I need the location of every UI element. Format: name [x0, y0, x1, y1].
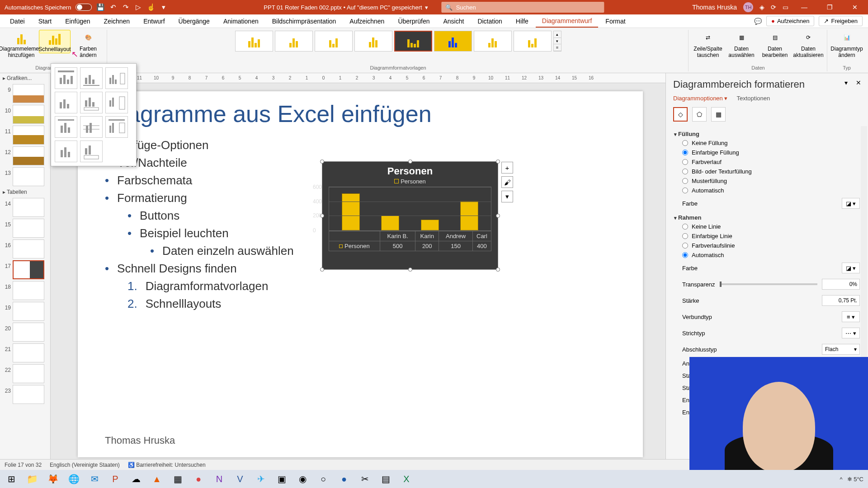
- diamond-icon[interactable]: ◈: [760, 4, 764, 11]
- start-button[interactable]: ⊞: [2, 471, 21, 487]
- chart-style-2[interactable]: [275, 31, 313, 52]
- cap-picker[interactable]: Flach▾: [822, 344, 860, 355]
- chart-plot[interactable]: 600 400 200 0: [329, 187, 491, 231]
- chart-style-7[interactable]: [474, 31, 512, 52]
- sync-icon[interactable]: ⟳: [771, 4, 776, 11]
- explorer-icon[interactable]: 📁: [23, 471, 42, 487]
- resize-handle[interactable]: [496, 267, 500, 272]
- thumb-19[interactable]: [13, 302, 44, 321]
- thumb-21[interactable]: [13, 343, 44, 362]
- layout-option-4[interactable]: [55, 92, 77, 113]
- tab-animationen[interactable]: Animationen: [217, 14, 265, 28]
- chart-filters-button[interactable]: ▾: [501, 191, 513, 202]
- edit-data-button[interactable]: ▤Daten bearbeiten: [759, 30, 791, 59]
- app-icon-8[interactable]: ▤: [376, 471, 395, 487]
- tab-praesentation[interactable]: Bildschirmpräsentation: [266, 14, 343, 28]
- resize-handle[interactable]: [320, 160, 324, 164]
- tab-diagrammentwurf[interactable]: Diagrammentwurf: [536, 14, 598, 28]
- tab-ueberpruefen[interactable]: Überprüfen: [392, 14, 436, 28]
- chart-elements-button[interactable]: +: [501, 162, 513, 174]
- touch-mode-icon[interactable]: ☝: [147, 3, 155, 11]
- redo-icon[interactable]: ↷: [122, 3, 130, 11]
- pane-tab-text[interactable]: Textoptionen: [736, 95, 770, 102]
- chart-data-table[interactable]: Karin B. Karin Andrew Carl Personen 500 …: [329, 231, 491, 251]
- record-button[interactable]: ●Aufzeichnen: [766, 16, 814, 26]
- fill-none-radio[interactable]: Keine Füllung: [674, 138, 860, 148]
- refresh-data-button[interactable]: ⟳Daten aktualisieren: [793, 30, 824, 59]
- line-solid-radio[interactable]: Einfarbige Linie: [674, 231, 860, 241]
- chart-style-3[interactable]: [315, 31, 353, 52]
- thumb-16[interactable]: [13, 239, 44, 258]
- layout-option-8[interactable]: [80, 116, 103, 138]
- close-button[interactable]: ✕: [845, 0, 864, 14]
- window-layout-icon[interactable]: ▭: [783, 4, 788, 11]
- layout-option-5[interactable]: [80, 92, 103, 113]
- onenote-icon[interactable]: N: [210, 471, 229, 487]
- resize-handle[interactable]: [408, 267, 412, 272]
- resize-handle[interactable]: [320, 267, 324, 272]
- app-icon-4[interactable]: ▣: [272, 471, 291, 487]
- outlook-icon[interactable]: ✉: [85, 471, 104, 487]
- firefox-icon[interactable]: 🦊: [43, 471, 62, 487]
- tray-expand-icon[interactable]: ^: [840, 476, 842, 483]
- chart-style-6[interactable]: [434, 31, 472, 52]
- style-gallery-scroll[interactable]: ▴▾≡: [553, 31, 561, 52]
- tab-ansicht[interactable]: Ansicht: [437, 14, 470, 28]
- app-icon-2[interactable]: ▦: [168, 471, 187, 487]
- layout-option-3[interactable]: [105, 67, 128, 89]
- section-fill[interactable]: Füllung: [674, 128, 860, 138]
- resize-handle[interactable]: [496, 160, 500, 164]
- select-data-button[interactable]: ▦Daten auswählen: [726, 30, 757, 59]
- app-icon-7[interactable]: ✂: [355, 471, 374, 487]
- layout-option-11[interactable]: [80, 141, 103, 162]
- layout-option-2[interactable]: [80, 67, 103, 89]
- dash-picker[interactable]: ⋯ ▾: [842, 328, 860, 338]
- change-chart-type-button[interactable]: 📊Diagrammtyp ändern: [831, 30, 863, 59]
- chart-title[interactable]: Personen: [322, 162, 498, 178]
- fill-color-picker[interactable]: ◪ ▾: [842, 198, 860, 209]
- thumb-13[interactable]: [13, 167, 44, 186]
- tab-einfuegen[interactable]: Einfügen: [59, 14, 96, 28]
- tab-zeichnen[interactable]: Zeichnen: [98, 14, 137, 28]
- line-color-picker[interactable]: ◪ ▾: [842, 263, 860, 273]
- autosave-toggle[interactable]: [75, 4, 92, 11]
- thumb-12[interactable]: [13, 146, 44, 165]
- line-auto-radio[interactable]: Automatisch: [674, 250, 860, 260]
- width-value[interactable]: 0,75 Pt.: [822, 295, 860, 306]
- title-dropdown-icon[interactable]: ▾: [425, 4, 428, 11]
- vlc-icon[interactable]: ▲: [147, 471, 166, 487]
- telegram-icon[interactable]: ✈: [251, 471, 270, 487]
- save-icon[interactable]: 💾: [96, 3, 104, 11]
- effects-icon[interactable]: ⬠: [692, 107, 707, 122]
- transparency-value[interactable]: 0%: [822, 279, 860, 290]
- change-colors-button[interactable]: 🎨 Farben ändern: [72, 30, 104, 59]
- fill-gradient-radio[interactable]: Farbverlauf: [674, 157, 860, 167]
- minimize-button[interactable]: —: [795, 0, 814, 14]
- tab-dictation[interactable]: Dictation: [471, 14, 508, 28]
- thumb-9[interactable]: [13, 84, 44, 103]
- chart-bar-0[interactable]: [342, 193, 360, 230]
- layout-option-10[interactable]: [55, 141, 77, 162]
- chrome-icon[interactable]: 🌐: [64, 471, 83, 487]
- chart-style-5-selected[interactable]: [394, 31, 432, 52]
- pane-options-icon[interactable]: ▾: [841, 78, 851, 88]
- thumb-11[interactable]: [13, 126, 44, 145]
- fill-solid-radio[interactable]: Einfarbige Füllung: [674, 148, 860, 157]
- chart-legend[interactable]: Personen: [322, 178, 498, 187]
- maximize-button[interactable]: ❐: [820, 0, 839, 14]
- chart-bar-2[interactable]: [421, 220, 439, 231]
- fill-line-icon[interactable]: ◇: [673, 107, 688, 122]
- layout-option-9[interactable]: [105, 116, 128, 138]
- app-icon-6[interactable]: ●: [335, 471, 354, 487]
- thumb-22[interactable]: [13, 364, 44, 383]
- chart-bar-1[interactable]: [381, 216, 399, 230]
- layout-option-6[interactable]: [105, 92, 128, 113]
- thumb-18[interactable]: [13, 281, 44, 300]
- add-chart-element-button[interactable]: Diagrammelement hinzufügen: [5, 30, 37, 59]
- thumb-17[interactable]: [13, 260, 44, 279]
- pane-tab-options[interactable]: Diagrammoptionen ▾: [673, 95, 727, 102]
- switch-row-column-button[interactable]: ⇄Zeile/Spalte tauschen: [692, 30, 724, 59]
- avatar[interactable]: TH: [743, 2, 753, 12]
- thumb-14[interactable]: [13, 198, 44, 217]
- accessibility[interactable]: ♿ Barrierefreiheit: Untersuchen: [128, 462, 206, 468]
